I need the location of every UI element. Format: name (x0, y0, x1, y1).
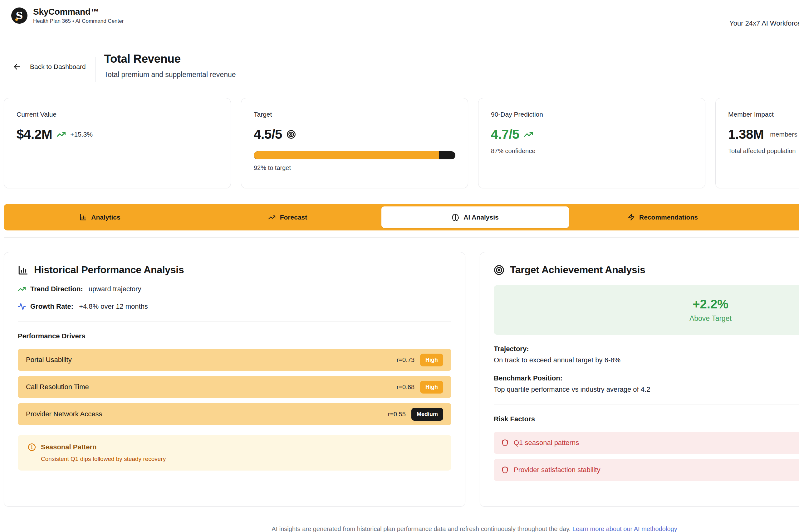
target-achievement-panel: Target Achievement Analysis +2.2% Above … (480, 252, 799, 507)
trending-up-icon (18, 285, 26, 293)
back-to-dashboard-button[interactable]: Back to Dashboard (13, 62, 86, 71)
member-impact-suffix: members (770, 131, 797, 138)
benchmark-text: Top quartile performance vs industry ave… (494, 385, 799, 394)
seasonal-title: Seasonal Pattern (41, 443, 97, 451)
risk-factor-text: Q1 seasonal patterns (514, 439, 579, 447)
strength-badge: Medium (411, 408, 443, 421)
logo-dot (15, 18, 18, 21)
growth-label: Growth Rate: (30, 303, 73, 310)
driver-name: Call Resolution Time (26, 383, 89, 391)
top-bar: S SkyCommand™ Health Plan 365 • AI Comma… (0, 0, 799, 30)
target-progress-fill (254, 151, 439, 159)
trend-label: Trend Direction: (30, 285, 83, 293)
risk-factors-heading: Risk Factors (494, 415, 799, 423)
target-analysis-title: Target Achievement Analysis (510, 264, 646, 276)
target-progress-bar (254, 151, 455, 159)
strength-badge: High (420, 354, 443, 366)
prediction-value: 4.7/5 (491, 127, 519, 142)
driver-name: Portal Usability (26, 356, 72, 364)
member-impact-value: 1.38M (728, 127, 764, 142)
historical-performance-panel: Historical Performance Analysis Trend Di… (4, 252, 465, 507)
activity-icon (18, 303, 26, 310)
metric-cards: Current Value $4.2M +15.3% Target 4.5/5 … (4, 98, 799, 188)
current-value: $4.2M (17, 127, 52, 142)
performance-drivers-heading: Performance Drivers (18, 332, 451, 340)
above-target-label: Above Target (689, 314, 731, 323)
current-value-card: Current Value $4.2M +15.3% (4, 98, 231, 188)
tab-label: AI Analysis (464, 214, 498, 221)
driver-name: Provider Network Access (26, 410, 102, 418)
shield-icon (501, 439, 509, 446)
target-card: Target 4.5/5 92% to target (241, 98, 468, 188)
risk-factor-row: Q1 seasonal patterns (494, 432, 799, 454)
panel-divider (18, 321, 451, 322)
tab-ai-analysis[interactable]: AI Analysis (381, 206, 569, 228)
delta-value: +15.3% (70, 131, 93, 138)
strength-badge: High (420, 381, 443, 394)
footer-link[interactable]: Learn more about our AI methodology (573, 526, 677, 532)
target-icon (494, 265, 504, 276)
bar-chart-icon (79, 214, 87, 221)
brand: S SkyCommand™ Health Plan 365 • AI Comma… (11, 7, 124, 24)
above-target-highlight: +2.2% Above Target (494, 285, 799, 335)
shield-icon (501, 466, 509, 474)
tab-analytics[interactable]: Analytics (6, 206, 194, 228)
driver-row: Provider Network Access r=0.55 Medium (18, 403, 451, 425)
title-block: Total Revenue Total premium and suppleme… (104, 52, 236, 79)
panel-title-row: Historical Performance Analysis (18, 264, 451, 276)
workforce-tagline: Your 24x7 AI Workforce (729, 19, 799, 27)
tab-label: Recommendations (639, 214, 698, 221)
card-label: Member Impact (728, 111, 799, 118)
member-impact-card: Member Impact 1.38M members Total affect… (715, 98, 799, 188)
trending-up-icon (56, 130, 66, 139)
page-subtitle: Total premium and supplemental revenue (104, 71, 236, 79)
trending-up-icon (524, 130, 533, 139)
trajectory-block: Trajectory: On track to exceed annual ta… (494, 345, 799, 364)
footer-text: AI insights are generated from historica… (272, 526, 570, 532)
card-label: Current Value (17, 111, 218, 118)
panel-title-row: Target Achievement Analysis (494, 264, 799, 276)
page: S SkyCommand™ Health Plan 365 • AI Comma… (0, 0, 799, 532)
arrow-left-icon (13, 62, 21, 71)
trend-direction-row: Trend Direction: upward trajectory (18, 285, 451, 293)
trajectory-text: On track to exceed annual target by 6-8% (494, 356, 799, 364)
driver-row: Portal Usability r=0.73 High (18, 349, 451, 371)
seasonal-pattern-callout: Seasonal Pattern Consistent Q1 dips foll… (18, 435, 451, 471)
card-label: Target (254, 111, 455, 118)
trajectory-label: Trajectory: (494, 345, 799, 353)
back-label: Back to Dashboard (30, 63, 86, 71)
benchmark-label: Benchmark Position: (494, 374, 799, 382)
bar-chart-icon (18, 265, 29, 276)
skycommand-logo-icon: S (11, 7, 28, 24)
historical-title: Historical Performance Analysis (34, 264, 184, 276)
zap-icon (628, 214, 635, 221)
trend-value: upward trajectory (89, 285, 141, 293)
page-title: Total Revenue (104, 52, 236, 65)
app-title: SkyCommand™ (33, 7, 124, 17)
prediction-card: 90-Day Prediction 4.7/5 87% confidence (478, 98, 705, 188)
risk-factor-text: Provider satisfaction stability (514, 466, 600, 474)
growth-value: +4.8% over 12 months (79, 303, 148, 310)
progress-note: 92% to target (254, 164, 455, 172)
app-subtitle: Health Plan 365 • AI Command Center (33, 18, 124, 24)
target-icon (287, 130, 296, 139)
above-target-value: +2.2% (693, 297, 728, 311)
section-divider (4, 237, 799, 238)
tab-forecast[interactable]: Forecast (194, 206, 381, 228)
driver-correlation: r=0.73 (397, 357, 415, 364)
header-divider (95, 57, 95, 82)
benchmark-block: Benchmark Position: Top quartile perform… (494, 374, 799, 394)
footer-note: AI insights are generated from historica… (0, 526, 799, 532)
population-note: Total affected population (728, 148, 799, 155)
alert-circle-icon (28, 443, 36, 451)
analysis-tab-bar: Analytics Forecast AI Analysis Recommend… (4, 204, 799, 230)
card-label: 90-Day Prediction (491, 111, 693, 118)
analysis-panels: Historical Performance Analysis Trend Di… (4, 252, 799, 507)
risk-factor-row: Provider satisfaction stability (494, 459, 799, 481)
brand-text: SkyCommand™ Health Plan 365 • AI Command… (33, 7, 124, 24)
tab-label: Forecast (280, 214, 307, 221)
target-value: 4.5/5 (254, 127, 282, 142)
tab-recommendations[interactable]: Recommendations (569, 206, 757, 228)
trending-up-icon (268, 214, 276, 221)
seasonal-text: Consistent Q1 dips followed by steady re… (41, 456, 441, 462)
